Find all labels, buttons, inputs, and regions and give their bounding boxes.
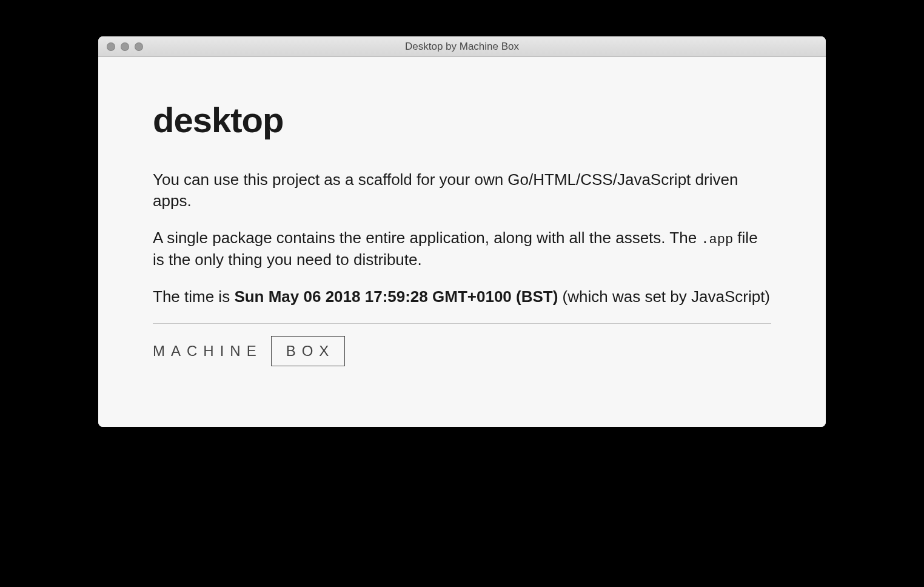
close-icon[interactable] (107, 42, 115, 51)
content-area: desktop You can use this project as a sc… (98, 57, 826, 427)
logo-word-box: BOX (271, 336, 346, 366)
logo-word-machine: MACHINE (153, 343, 263, 360)
time-paragraph: The time is Sun May 06 2018 17:59:28 GMT… (153, 286, 771, 307)
time-text-before: The time is (153, 287, 234, 306)
app-code-literal: .app (701, 232, 733, 247)
window-title: Desktop by Machine Box (98, 41, 826, 53)
page-heading: desktop (153, 99, 771, 140)
titlebar[interactable]: Desktop by Machine Box (98, 36, 826, 57)
maximize-icon[interactable] (135, 42, 143, 51)
package-paragraph: A single package contains the entire app… (153, 227, 771, 270)
divider (153, 323, 771, 324)
time-value: Sun May 06 2018 17:59:28 GMT+0100 (BST) (234, 287, 558, 306)
package-text-before: A single package contains the entire app… (153, 229, 701, 247)
minimize-icon[interactable] (121, 42, 129, 51)
time-text-after: (which was set by JavaScript) (558, 287, 770, 306)
machine-box-logo: MACHINE BOX (153, 336, 771, 366)
traffic-lights (98, 42, 143, 51)
app-window: Desktop by Machine Box desktop You can u… (98, 36, 826, 427)
intro-paragraph: You can use this project as a scaffold f… (153, 169, 771, 212)
